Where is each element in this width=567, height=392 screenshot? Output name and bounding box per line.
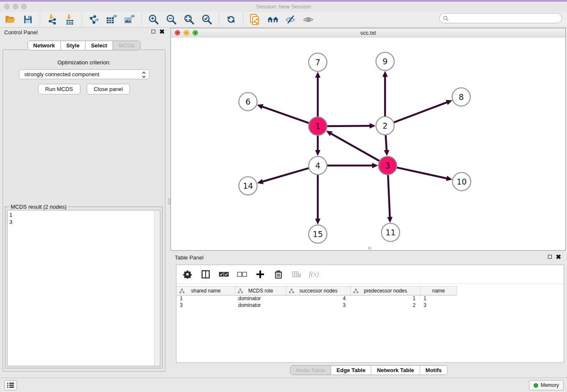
result-scrollbar[interactable] bbox=[154, 210, 160, 366]
edge-1-2[interactable] bbox=[326, 126, 372, 126]
save-session-icon[interactable] bbox=[22, 14, 34, 25]
graph-node-7[interactable]: 7 bbox=[309, 53, 327, 72]
hide-selected-eye-icon[interactable] bbox=[285, 14, 297, 25]
cell-shared-name[interactable]: 3 bbox=[177, 302, 235, 308]
column-header-MCDS-role[interactable]: MCDS role bbox=[235, 287, 286, 295]
graph-node-15[interactable]: 15 bbox=[309, 225, 327, 243]
memory-status-icon bbox=[534, 383, 538, 388]
search-input[interactable] bbox=[451, 15, 558, 22]
export-table-icon[interactable] bbox=[106, 14, 118, 25]
graph-node-3[interactable]: 3 bbox=[379, 157, 397, 175]
network-resize-grip[interactable] bbox=[368, 247, 371, 249]
float-panel-icon[interactable] bbox=[151, 30, 155, 33]
graph-node-1[interactable]: 1 bbox=[309, 117, 327, 135]
close-panel-icon[interactable]: ✖ bbox=[159, 29, 165, 34]
svg-text:4: 4 bbox=[315, 161, 320, 170]
graph-node-6[interactable]: 6 bbox=[239, 93, 257, 111]
mcds-result-area[interactable]: 1 3 bbox=[7, 210, 160, 366]
graph-node-2[interactable]: 2 bbox=[376, 117, 394, 135]
graph-node-8[interactable]: 8 bbox=[452, 88, 471, 106]
table-settings-gear-icon[interactable] bbox=[182, 268, 193, 280]
show-all-eye-icon[interactable] bbox=[303, 14, 314, 25]
svg-text:7: 7 bbox=[315, 58, 320, 67]
tab-network[interactable]: Network bbox=[28, 41, 61, 50]
table-toolbar: f(x) bbox=[176, 265, 564, 284]
delete-column-icon[interactable] bbox=[272, 268, 284, 280]
column-header-predecessor-nodes[interactable]: predecessor nodes bbox=[351, 287, 421, 295]
select-all-icon[interactable] bbox=[218, 268, 230, 280]
delete-table-icon-disabled bbox=[291, 268, 303, 280]
network-window-titlebar[interactable]: × − + scc.txt bbox=[171, 28, 565, 38]
cell-MCDS-role[interactable]: dominator bbox=[235, 295, 286, 301]
svg-text:11: 11 bbox=[385, 228, 396, 237]
tab-style[interactable]: Style bbox=[61, 41, 85, 50]
column-header-successor-nodes[interactable]: successor nodes bbox=[286, 287, 351, 295]
svg-text:10: 10 bbox=[457, 177, 467, 186]
cell-successor-nodes[interactable]: 4 bbox=[286, 295, 351, 301]
import-table-icon[interactable] bbox=[64, 14, 76, 25]
tab-mcds[interactable]: MCDS bbox=[113, 41, 140, 50]
close-table-panel-icon[interactable]: ✖ bbox=[556, 254, 561, 259]
toolbar-separator bbox=[219, 13, 219, 26]
cell-successor-nodes[interactable]: 3 bbox=[286, 302, 351, 308]
open-session-icon[interactable] bbox=[4, 14, 16, 25]
zoom-out-icon[interactable] bbox=[165, 14, 177, 25]
edge-3-10[interactable] bbox=[396, 167, 449, 179]
graph-node-4[interactable]: 4 bbox=[309, 157, 327, 175]
tab-edge-table[interactable]: Edge Table bbox=[331, 366, 371, 375]
memory-button[interactable]: Memory bbox=[529, 380, 564, 390]
graph-node-11[interactable]: 11 bbox=[382, 224, 400, 242]
tab-network-table[interactable]: Network Table bbox=[372, 366, 420, 375]
deselect-all-icon[interactable] bbox=[236, 268, 248, 280]
tab-motifs[interactable]: Motifs bbox=[420, 366, 447, 375]
control-panel-tabs: NetworkStyleSelectMCDS bbox=[28, 41, 141, 50]
export-network-icon[interactable] bbox=[88, 14, 100, 25]
table-row[interactable]: 1dominator411 bbox=[177, 295, 563, 302]
table-panel-header: Table Panel ✖ bbox=[171, 252, 567, 263]
network-canvas[interactable]: 1234678910111415 bbox=[171, 38, 565, 250]
close-panel-button[interactable]: Close panel bbox=[87, 84, 130, 94]
graph-node-9[interactable]: 9 bbox=[376, 52, 394, 71]
import-network-icon[interactable] bbox=[46, 14, 58, 25]
duplicate-network-icon[interactable] bbox=[249, 14, 261, 25]
svg-text:14: 14 bbox=[243, 181, 253, 190]
zoom-fit-icon[interactable] bbox=[183, 14, 195, 25]
graph-node-10[interactable]: 10 bbox=[453, 173, 471, 191]
refresh-icon[interactable] bbox=[225, 14, 237, 25]
edge-4-14[interactable] bbox=[260, 168, 310, 182]
graph-node-14[interactable]: 14 bbox=[239, 177, 257, 195]
table-panel-title: Table Panel bbox=[175, 254, 204, 261]
table-columns-icon[interactable] bbox=[200, 268, 212, 280]
table-row[interactable]: 3dominator323 bbox=[177, 302, 563, 309]
cell-MCDS-role[interactable]: dominator bbox=[235, 302, 286, 308]
panel-menu-button[interactable] bbox=[4, 380, 17, 390]
cell-name[interactable]: 1 bbox=[421, 295, 457, 301]
edge-3-11[interactable] bbox=[388, 174, 390, 220]
edge-2-8[interactable] bbox=[393, 101, 449, 123]
column-header-name[interactable]: name bbox=[421, 287, 457, 295]
cell-shared-name[interactable]: 1 bbox=[177, 295, 235, 301]
zoom-in-icon[interactable] bbox=[148, 14, 160, 25]
criterion-dropdown-value: strongly connected component bbox=[25, 71, 99, 77]
float-table-panel-icon[interactable] bbox=[548, 255, 552, 259]
run-mcds-button[interactable]: Run MCDS bbox=[38, 84, 80, 94]
cell-predecessor-nodes[interactable]: 1 bbox=[351, 295, 421, 301]
edge-3-1[interactable] bbox=[329, 132, 380, 161]
table-panel: Table Panel ✖ bbox=[171, 252, 567, 378]
tab-select[interactable]: Select bbox=[85, 41, 113, 50]
search-box[interactable] bbox=[439, 13, 562, 23]
home-icon[interactable] bbox=[267, 14, 279, 25]
function-builder-icon-disabled: f(x) bbox=[309, 270, 319, 279]
toolbar-separator bbox=[82, 13, 82, 26]
edge-2-3[interactable] bbox=[385, 134, 387, 153]
export-image-icon[interactable] bbox=[124, 14, 135, 25]
column-header-shared-name[interactable]: shared name bbox=[177, 287, 235, 295]
edge-1-6[interactable] bbox=[260, 106, 310, 124]
cell-name[interactable]: 3 bbox=[421, 302, 457, 308]
tab-node-table[interactable]: Node Table bbox=[290, 366, 331, 375]
cell-predecessor-nodes[interactable]: 2 bbox=[351, 302, 421, 308]
toolbar-separator bbox=[40, 13, 40, 26]
zoom-selected-icon[interactable] bbox=[201, 14, 213, 25]
add-column-icon[interactable] bbox=[254, 268, 266, 280]
criterion-dropdown[interactable]: strongly connected component bbox=[19, 69, 149, 79]
